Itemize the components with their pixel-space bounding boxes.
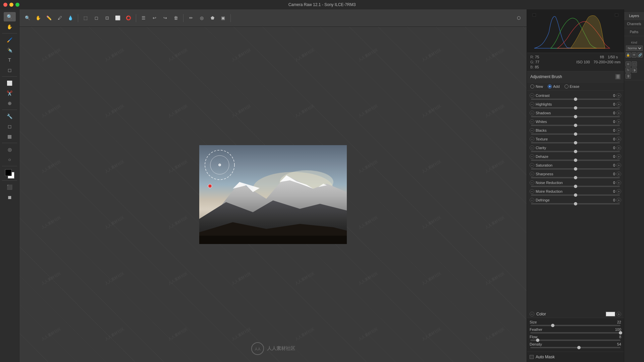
slider-thumb-7[interactable] [574, 159, 577, 162]
slider-minus-10[interactable]: − [530, 180, 534, 185]
color-minus[interactable]: − [530, 312, 534, 316]
pencil-tool-btn[interactable]: ✏️ [44, 13, 54, 23]
slider-thumb-0[interactable] [574, 98, 577, 101]
slider-track-6[interactable] [531, 151, 620, 152]
slider-minus-7[interactable]: − [530, 154, 534, 159]
eyedropper-btn[interactable]: 💧 [66, 13, 75, 23]
polygon-btn[interactable]: ⬟ [208, 13, 217, 23]
add-radio-circle[interactable] [548, 84, 552, 88]
hand-tool-btn[interactable]: ✋ [34, 13, 43, 23]
slider-minus-12[interactable]: − [530, 198, 534, 202]
zoom-tool[interactable]: 🔍 [4, 12, 16, 21]
tab-paths[interactable]: Paths [624, 28, 644, 36]
dodge-tool[interactable]: ○ [4, 155, 16, 164]
slider-thumb-8[interactable] [574, 167, 577, 171]
brush-pin[interactable] [208, 184, 212, 188]
new-radio-circle[interactable] [530, 84, 534, 88]
slider-plus-1[interactable]: + [616, 102, 621, 107]
tab-layers[interactable]: Layers [624, 12, 644, 20]
slider-plus-3[interactable]: + [616, 119, 621, 124]
color-picker-swatch[interactable] [606, 312, 615, 316]
slider-minus-6[interactable]: − [530, 145, 534, 150]
paint-bucket-btn[interactable]: 🖊 [55, 13, 64, 23]
tab-channels[interactable]: Channels [624, 20, 644, 28]
visibility-icon[interactable]: 👁 [632, 52, 637, 58]
slider-plus-6[interactable]: + [616, 145, 621, 150]
selection-btn[interactable]: ⬚ [81, 13, 90, 23]
bottom-control-thumb-0[interactable] [551, 324, 554, 327]
redo-btn[interactable]: ↪ [160, 13, 170, 23]
slider-plus-5[interactable]: + [616, 137, 621, 141]
stamp-btn[interactable]: ⭕ [124, 13, 133, 23]
slider-thumb-9[interactable] [574, 176, 577, 179]
radial-tool-btn[interactable]: ◎ [197, 13, 206, 23]
fx-icon[interactable]: fx [626, 67, 631, 73]
slider-track-9[interactable] [531, 177, 620, 178]
slider-plus-0[interactable]: + [616, 93, 621, 98]
slider-minus-2[interactable]: − [530, 111, 534, 115]
new-layer-icon[interactable]: ⊕ [626, 61, 631, 67]
slider-thumb-10[interactable] [574, 185, 577, 188]
slider-track-1[interactable] [531, 107, 620, 109]
heal-tool[interactable]: ⊕ [4, 99, 16, 108]
slider-track-0[interactable] [531, 99, 620, 100]
bottom-control-track-2[interactable] [530, 340, 621, 341]
slider-thumb-4[interactable] [574, 132, 577, 136]
maximize-button[interactable] [15, 3, 19, 7]
mask-layer-icon[interactable]: ⬚ [632, 61, 637, 67]
list-btn[interactable]: ☰ [139, 13, 148, 23]
slider-plus-7[interactable]: + [616, 154, 621, 159]
brush-tool-btn[interactable]: ✏ [186, 13, 196, 23]
slider-minus-5[interactable]: − [530, 137, 534, 141]
slider-minus-9[interactable]: − [530, 172, 534, 176]
slider-track-4[interactable] [531, 133, 620, 135]
slider-minus-11[interactable]: − [530, 189, 534, 194]
rotate-btn[interactable]: ⊡ [102, 13, 112, 23]
close-button[interactable] [3, 3, 7, 7]
3d-tool[interactable]: ◼ [4, 192, 16, 202]
bottom-control-track-1[interactable] [530, 332, 621, 334]
blur-tool[interactable]: ◎ [4, 145, 16, 154]
gradient-btn[interactable]: ▣ [218, 13, 228, 23]
slider-thumb-3[interactable] [574, 124, 577, 127]
new-radio[interactable]: New [530, 84, 543, 88]
auto-mask-checkbox[interactable] [530, 355, 534, 359]
zoom-tool-btn[interactable]: 🔍 [23, 13, 32, 23]
crop-tool[interactable]: ⬜ [4, 78, 16, 88]
slice-tool[interactable]: ✂️ [4, 88, 16, 98]
slider-plus-11[interactable]: + [616, 189, 621, 194]
bottom-control-track-3[interactable] [530, 347, 621, 348]
artboard-tool[interactable]: ⬛ [4, 182, 16, 192]
delete-layer-icon[interactable]: 🗑 [626, 73, 631, 79]
clone-tool[interactable]: 🔧 [4, 112, 16, 121]
bottom-control-thumb-2[interactable] [536, 339, 539, 342]
slider-track-12[interactable] [531, 203, 620, 204]
slider-thumb-11[interactable] [574, 193, 577, 197]
slider-minus-1[interactable]: − [530, 102, 534, 107]
brush-tool[interactable]: 🖌️ [4, 35, 16, 45]
erase-radio-circle[interactable] [565, 84, 569, 88]
slider-plus-12[interactable]: + [616, 198, 621, 202]
expand-btn[interactable]: ⬡ [514, 13, 523, 23]
erase-radio[interactable]: Erase [565, 84, 580, 88]
redraw-btn[interactable]: ⬜ [113, 13, 122, 23]
slider-thumb-5[interactable] [574, 141, 577, 144]
eraser-tool[interactable]: ◻ [4, 122, 16, 131]
bottom-control-track-0[interactable] [530, 325, 621, 326]
pen-tool[interactable]: ✒️ [4, 45, 16, 55]
slider-minus-4[interactable]: − [530, 128, 534, 133]
fill-icon[interactable]: ◑ [632, 67, 637, 73]
slider-track-2[interactable] [531, 116, 620, 117]
add-radio[interactable]: Add [548, 84, 560, 88]
slider-track-7[interactable] [531, 160, 620, 161]
slider-plus-4[interactable]: + [616, 128, 621, 133]
undo-btn[interactable]: ↩ [150, 13, 159, 23]
color-swatch[interactable] [5, 169, 14, 179]
delete-btn[interactable]: 🗑 [171, 13, 180, 23]
slider-minus-8[interactable]: − [530, 163, 534, 168]
slider-minus-0[interactable]: − [530, 93, 534, 98]
hand-tool[interactable]: ✋ [4, 22, 16, 32]
blend-mode-select[interactable]: Normal Multiply Screen [626, 46, 643, 51]
slider-thumb-12[interactable] [574, 202, 577, 205]
slider-plus-10[interactable]: + [616, 180, 621, 185]
